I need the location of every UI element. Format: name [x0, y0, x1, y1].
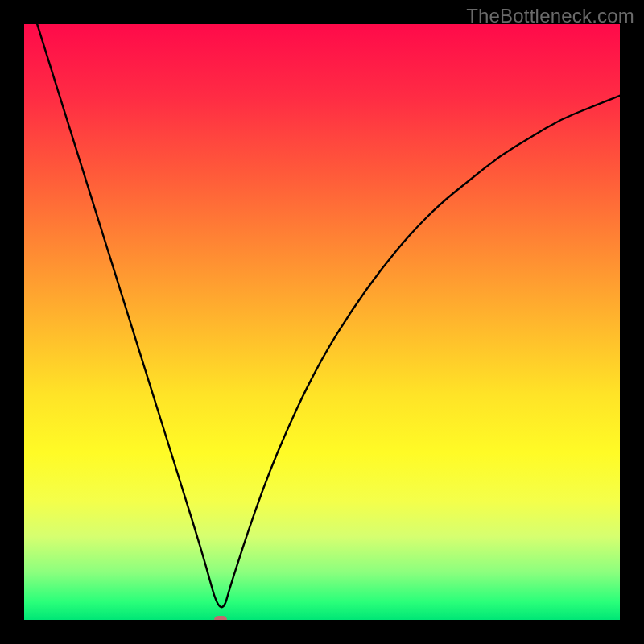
minimum-marker — [214, 616, 227, 620]
bottleneck-curve — [24, 24, 620, 607]
plot-area — [24, 24, 620, 620]
curve-svg — [24, 24, 620, 620]
chart-frame: TheBottleneck.com — [0, 0, 644, 644]
